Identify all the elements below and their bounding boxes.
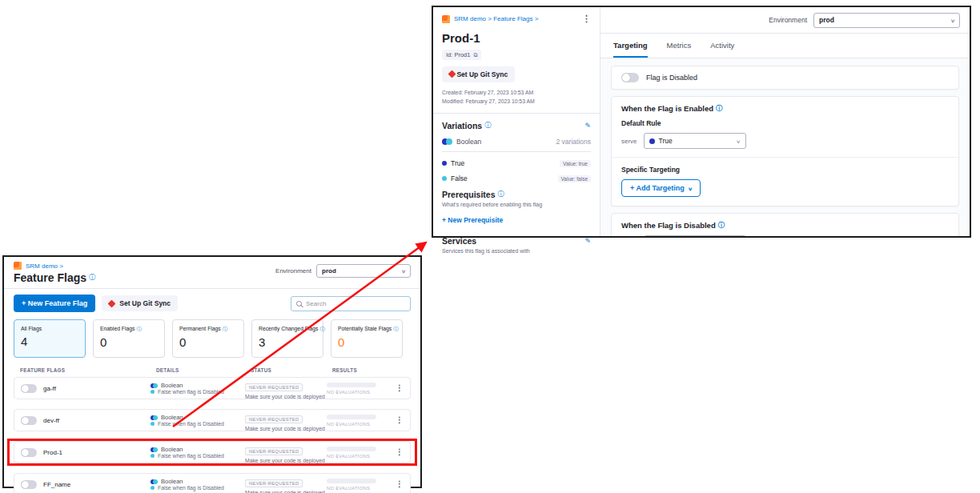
- flag-name: dev-ff: [43, 417, 59, 424]
- results-label: NO EVALUATIONS: [327, 422, 388, 427]
- boolean-type-icon: [442, 138, 452, 145]
- services-header: Services ✎: [442, 236, 591, 246]
- row-kebab-menu-icon[interactable]: ⋮: [396, 416, 404, 424]
- stat-card-recently-changed-flags[interactable]: Recently Changed Flagsⓘ 3: [251, 319, 323, 358]
- harness-logo-icon: [14, 262, 22, 270]
- new-prerequisite-link[interactable]: + New Prerequisite: [442, 216, 503, 224]
- variation-type-label: Boolean: [456, 138, 481, 146]
- info-icon: ⓘ: [223, 326, 228, 331]
- flag-toggle[interactable]: [21, 448, 37, 457]
- variation-count: 2 variations: [556, 138, 591, 146]
- breadcrumb-link[interactable]: SRM demo > Feature Flags >: [454, 15, 538, 22]
- chevron-down-icon: ∨: [736, 138, 741, 144]
- status-badge: NEVER-REQUESTED: [245, 415, 303, 423]
- true-variation-dot-icon: [649, 138, 655, 144]
- variations-heading: Variations: [442, 121, 482, 130]
- edit-services-icon[interactable]: ✎: [584, 238, 591, 245]
- disabled-serve-select[interactable]: False ∨: [644, 235, 746, 236]
- git-sync-button[interactable]: Set Up Git Sync: [102, 295, 178, 311]
- boolean-type-icon: [151, 383, 158, 388]
- variation-name: True: [451, 159, 464, 167]
- results-label: NO EVALUATIONS: [327, 486, 388, 491]
- search-input[interactable]: [306, 300, 405, 307]
- tab-metrics[interactable]: Metrics: [667, 34, 692, 58]
- flag-toggle[interactable]: [21, 480, 37, 489]
- stat-cards: All Flags 4 Enabled Flagsⓘ 0 Permanent F…: [4, 318, 420, 365]
- flag-meta: Created: February 27, 2023 10:53 AM Modi…: [442, 89, 591, 106]
- list-header: SRM demo > Feature Flags ⓘ Environment p…: [4, 257, 420, 289]
- edit-variations-icon[interactable]: ✎: [584, 122, 591, 130]
- variation-type-row: Boolean 2 variations: [442, 138, 591, 152]
- stat-card-permanent-flags[interactable]: Permanent Flagsⓘ 0: [172, 319, 244, 358]
- stat-value: 4: [21, 335, 78, 348]
- stat-value: 0: [338, 335, 396, 349]
- kebab-menu-icon[interactable]: ⋮: [582, 14, 591, 23]
- flag-state-label: Flag is Disabled: [646, 74, 697, 82]
- flag-name: ga-ff: [43, 385, 56, 392]
- stat-value: 3: [259, 335, 316, 349]
- false-variation-dot-icon: [151, 422, 155, 426]
- tab-activity[interactable]: Activity: [710, 34, 734, 58]
- table-row[interactable]: FF_name Boolean False when flag is Disab…: [14, 473, 411, 493]
- flag-id-chip: Id: Prod1 ⧉: [442, 50, 481, 60]
- created-date: Created: February 27, 2023 10:53 AM: [442, 89, 591, 98]
- copy-icon[interactable]: ⧉: [473, 52, 477, 58]
- variation-false-row: False Value: false: [442, 174, 591, 182]
- info-icon: ⓘ: [718, 222, 725, 229]
- table-row[interactable]: dev-ff Boolean False when flag is Disabl…: [14, 409, 411, 431]
- harness-logo-icon: [442, 15, 450, 23]
- environment-bar: Environment prod ∨: [275, 264, 411, 278]
- divider: [433, 113, 600, 114]
- row-kebab-menu-icon[interactable]: ⋮: [396, 384, 404, 392]
- breadcrumb-link[interactable]: SRM demo >: [26, 263, 63, 270]
- git-sync-label: Set Up Git Sync: [456, 70, 508, 78]
- row-kebab-menu-icon[interactable]: ⋮: [396, 448, 404, 456]
- info-icon: ⓘ: [89, 275, 95, 281]
- add-targeting-button[interactable]: + Add Targeting ∨: [621, 179, 701, 197]
- environment-select[interactable]: prod ∨: [813, 13, 960, 28]
- divider: [612, 157, 958, 158]
- search-box: [291, 296, 411, 311]
- flag-detail-panel: SRM demo > Feature Flags > ⋮ Prod-1 Id: …: [432, 6, 971, 238]
- info-icon: ⓘ: [319, 326, 325, 331]
- chevron-down-icon: ∨: [950, 18, 955, 23]
- status-text: Make sure your code is deployed: [245, 490, 327, 493]
- stat-card-potentially-stale-flags[interactable]: Potentially Stale Flagsⓘ 0: [331, 319, 403, 358]
- environment-select[interactable]: prod ∨: [316, 264, 411, 278]
- environment-label: Environment: [769, 16, 807, 24]
- results-bar: [327, 383, 376, 387]
- row-kebab-menu-icon[interactable]: ⋮: [396, 480, 404, 488]
- true-variation-dot-icon: [442, 161, 447, 166]
- results-label: NO EVALUATIONS: [327, 390, 388, 395]
- specific-targeting-label: Specific Targeting: [621, 166, 949, 174]
- tab-targeting[interactable]: Targeting: [613, 34, 648, 58]
- git-sync-icon: [448, 70, 456, 78]
- results-bar: [327, 415, 376, 419]
- flag-enabled-toggle[interactable]: [621, 73, 639, 82]
- detail-tabs: Targeting Metrics Activity: [600, 34, 970, 58]
- stat-label: All Flags: [21, 326, 78, 331]
- default-rule-serve-select[interactable]: True ∨: [644, 133, 746, 149]
- screenshot-canvas: SRM demo > Feature Flags > ⋮ Prod-1 Id: …: [0, 0, 980, 493]
- new-feature-flag-button[interactable]: + New Feature Flag: [14, 295, 95, 312]
- stat-card-all-flags[interactable]: All Flags 4: [14, 319, 86, 358]
- stat-label: Recently Changed Flagsⓘ: [259, 326, 316, 332]
- flag-main-area: Environment prod ∨ Targeting Metrics Act…: [600, 7, 970, 236]
- stat-card-enabled-flags[interactable]: Enabled Flagsⓘ 0: [93, 319, 165, 358]
- false-variation-dot-icon: [151, 486, 155, 490]
- table-header-row: FEATURE FLAGS DETAILS STATUS RESULTS: [4, 365, 420, 377]
- info-icon: ⓘ: [393, 326, 399, 331]
- flag-toggle[interactable]: [21, 416, 37, 425]
- enabled-heading-row: When the Flag is Enabled ⓘ: [621, 104, 949, 113]
- variation-value-chip: Value: false: [558, 175, 591, 182]
- table-row-prod-1-highlighted[interactable]: Prod-1 Boolean False when flag is Disabl…: [14, 441, 411, 463]
- breadcrumb: SRM demo > Feature Flags > ⋮: [442, 14, 591, 23]
- false-variation-dot-icon: [151, 390, 155, 394]
- column-header-status: STATUS: [251, 367, 332, 373]
- column-header-feature-flags: FEATURE FLAGS: [20, 367, 156, 373]
- git-sync-button[interactable]: Set Up Git Sync: [442, 66, 515, 82]
- table-row[interactable]: ga-ff Boolean False when flag is Disable…: [14, 377, 411, 399]
- flag-toggle[interactable]: [21, 384, 37, 393]
- results-bar: [327, 447, 376, 451]
- disabled-serve-row: serve False ∨: [621, 235, 949, 236]
